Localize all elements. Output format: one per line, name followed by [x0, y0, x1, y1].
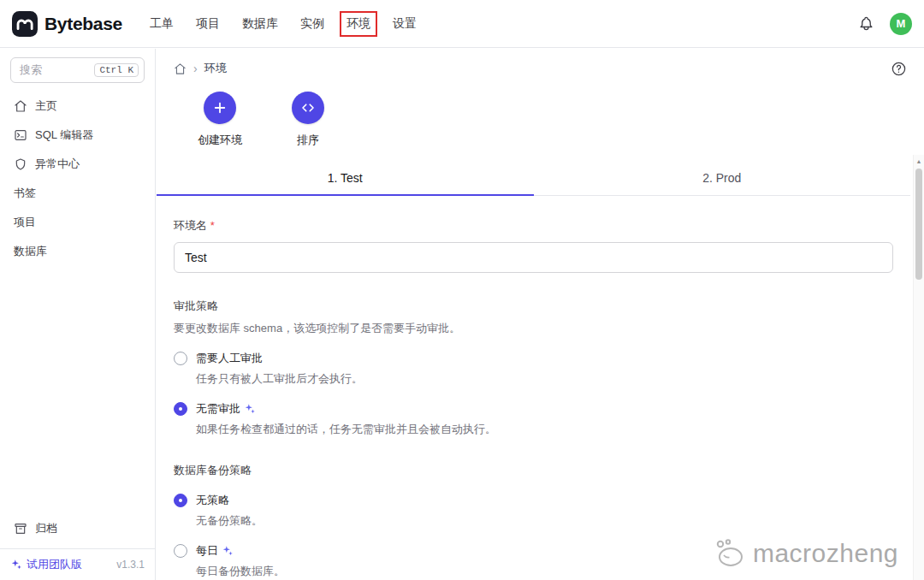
sidebar-item-home[interactable]: 主页: [0, 92, 155, 121]
version-label: v1.3.1: [116, 559, 145, 571]
option-label: 需要人工审批: [196, 351, 263, 366]
environment-name-label: 环境名 *: [174, 218, 893, 234]
plus-icon: [204, 92, 236, 124]
sidebar-item-label: 数据库: [14, 244, 47, 259]
nav-item-environments[interactable]: 环境: [341, 13, 376, 35]
tab-prod[interactable]: 2. Prod: [534, 162, 911, 196]
radio-icon[interactable]: [174, 544, 187, 558]
reorder-icon: [292, 92, 324, 124]
action-label: 排序: [297, 133, 319, 148]
sidebar-item-label: SQL 编辑器: [35, 127, 93, 143]
help-button[interactable]: [891, 61, 907, 77]
primary-nav: 工单 项目 数据库 实例 环境 设置: [145, 13, 422, 35]
breadcrumb-separator-icon: ›: [193, 62, 198, 75]
create-environment-button[interactable]: 创建环境: [198, 92, 242, 148]
scroll-up-arrow[interactable]: ▲: [914, 155, 924, 167]
sidebar-item-label: 归档: [35, 521, 57, 536]
reorder-button[interactable]: 排序: [292, 92, 324, 148]
sidebar-item-label: 书签: [14, 186, 36, 201]
action-label: 创建环境: [198, 133, 242, 148]
sparkle-icon: [10, 559, 22, 571]
tab-test[interactable]: 1. Test: [157, 162, 534, 196]
navbar-right: M: [858, 13, 912, 35]
sidebar-item-archive[interactable]: 归档: [0, 514, 155, 543]
radio-option-daily-backup[interactable]: 每日: [174, 543, 893, 559]
bytebase-app: Bytebase 工单 项目 数据库 实例 环境 设置 M 搜索 Ctrl K: [0, 0, 924, 580]
option-label: 每日: [196, 543, 234, 559]
nav-item-issues[interactable]: 工单: [145, 13, 179, 35]
top-navbar: Bytebase 工单 项目 数据库 实例 环境 设置 M: [0, 0, 924, 48]
brand-logo[interactable]: Bytebase: [12, 11, 122, 37]
nav-item-instances[interactable]: 实例: [295, 13, 329, 35]
sparkle-icon: [222, 545, 234, 557]
brand-name: Bytebase: [44, 14, 122, 34]
plan-row: 试用团队版 v1.3.1: [0, 548, 155, 580]
option-description: 任务只有被人工审批后才会执行。: [196, 371, 893, 387]
plan-badge[interactable]: 试用团队版: [27, 557, 82, 572]
sidebar-item-bookmark[interactable]: 书签: [0, 179, 155, 208]
sidebar-nav: 主页 SQL 编辑器 异常中心 书签 项目 数据库: [0, 92, 155, 266]
nav-item-settings[interactable]: 设置: [388, 13, 422, 35]
sidebar-item-label: 异常中心: [35, 157, 80, 172]
option-description: 如果任务检查都通过的话，任务无需审批并且会被自动执行。: [196, 422, 893, 437]
option-label: 无策略: [196, 493, 229, 508]
archive-icon: [14, 522, 27, 536]
backup-policy-title: 数据库备份策略: [174, 463, 893, 478]
option-description: 无备份策略。: [196, 513, 893, 529]
sparkle-icon: [244, 403, 256, 415]
notification-bell-icon[interactable]: [858, 15, 874, 32]
radio-option-no-backup-policy[interactable]: 无策略: [174, 493, 893, 508]
sidebar-item-database[interactable]: 数据库: [0, 237, 155, 266]
breadcrumb-home-icon[interactable]: [174, 62, 187, 75]
actions-row: 创建环境 排序: [157, 92, 924, 148]
radio-icon[interactable]: [174, 494, 187, 507]
sidebar-item-anomaly-center[interactable]: 异常中心: [0, 150, 155, 179]
option-description: 每日备份数据库。: [196, 564, 893, 579]
user-avatar[interactable]: M: [890, 13, 912, 35]
required-mark: *: [210, 219, 215, 232]
sidebar-item-sql-editor[interactable]: SQL 编辑器: [0, 121, 155, 150]
environment-form: 环境名 * 审批策略 要更改数据库 schema，该选项控制了是否需要手动审批。…: [157, 218, 910, 580]
sidebar-item-label: 项目: [14, 215, 36, 230]
environment-tabs: 1. Test 2. Prod: [157, 162, 910, 196]
option-label: 无需审批: [196, 401, 256, 417]
search-shortcut-badge: Ctrl K: [94, 63, 139, 77]
environment-name-input[interactable]: [174, 242, 893, 273]
scrollbar[interactable]: ▲: [913, 155, 924, 580]
radio-option-manual-approval[interactable]: 需要人工审批: [174, 351, 893, 366]
scroll-thumb[interactable]: [915, 169, 922, 280]
sidebar-footer: 归档 试用团队版 v1.3.1: [0, 514, 155, 580]
search-input[interactable]: 搜索 Ctrl K: [10, 57, 145, 83]
nav-item-databases[interactable]: 数据库: [237, 13, 283, 35]
main-content: › 环境 创建环境 排序 1. Test 2. Prod: [157, 49, 924, 580]
search-placeholder: 搜索: [20, 62, 42, 78]
bytebase-logo-icon: [12, 11, 38, 37]
radio-icon[interactable]: [174, 402, 187, 416]
sidebar-item-project[interactable]: 项目: [0, 208, 155, 237]
approval-policy-title: 审批策略: [174, 299, 893, 314]
breadcrumb: › 环境: [157, 49, 924, 88]
sidebar: 搜索 Ctrl K 主页 SQL 编辑器 异常中心: [0, 49, 156, 580]
radio-icon[interactable]: [174, 352, 187, 365]
sql-editor-icon: [14, 128, 27, 142]
sidebar-item-label: 主页: [35, 98, 57, 114]
radio-option-no-approval[interactable]: 无需审批: [174, 401, 893, 417]
nav-item-projects[interactable]: 项目: [191, 13, 225, 35]
home-icon: [14, 99, 27, 113]
anomaly-center-icon: [14, 157, 27, 171]
breadcrumb-current: 环境: [204, 61, 227, 76]
approval-policy-description: 要更改数据库 schema，该选项控制了是否需要手动审批。: [174, 321, 893, 336]
